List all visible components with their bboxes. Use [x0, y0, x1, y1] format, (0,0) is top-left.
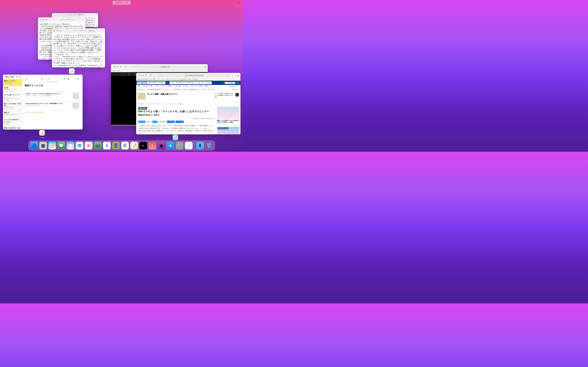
dock-notes-icon[interactable]: 📝 — [130, 142, 138, 150]
note-link-embed[interactable]: Macのトラックパッドやマウスを自在にカスタマイズ... 定番ソフト活用ガイド、… — [25, 92, 80, 100]
address-bar[interactable]: 🔒 pc.watch.impress.co.jp — [157, 74, 231, 77]
view-toggle-icon[interactable]: ▤ — [16, 76, 18, 78]
dock-photos-icon[interactable]: 🌸 — [85, 142, 92, 150]
back-icon[interactable]: ‹ — [153, 74, 154, 77]
pcwatch-tab[interactable]: Impress Watch — [147, 82, 157, 84]
dock-downloads-icon[interactable]: ⬇ — [196, 142, 204, 150]
social-button[interactable]: リスト — [146, 121, 152, 123]
impress-site-link[interactable]: ☰ Impress サイト — [229, 85, 239, 87]
forward-icon[interactable]: › — [155, 74, 156, 77]
sponsored-banner[interactable]: モニター募集！体重を減らすサプリ ファンケル開発！体重を減らすサプリ【初回限定】… — [136, 92, 241, 101]
pcwatch-topic-link[interactable]: NUC/小型パソコン — [189, 89, 201, 91]
tab-bar[interactable]: Apple（日本） — [111, 69, 208, 72]
tabs-icon[interactable]: ⊞ — [237, 74, 239, 77]
note-list-item[interactable]: 新規メモを呼び出してみた2022/04/29 これはどうなの…📁 メモ — [3, 126, 22, 130]
zoom-icon[interactable] — [11, 76, 13, 78]
pcwatch-tab[interactable]: AV — [182, 82, 186, 84]
note-list-item[interactable]: クイックメモを呼び出して、ウイン…2022/04/29 📁 メモ — [3, 118, 22, 126]
pcwatch-tab[interactable]: GAME — [186, 82, 192, 84]
note-link-embed[interactable]: [Mac Info] Macをジェスチャーひとつで操る便利ソフトを... pc.… — [25, 101, 80, 110]
dock-contacts-icon[interactable]: 👤 — [112, 142, 120, 150]
new-tab-icon[interactable]: + — [235, 74, 236, 77]
note-list-item[interactable]: もともと開いていたクイッ…2022/05/06 #クイックメモ📁 メモ — [3, 93, 22, 102]
add-desktop-button[interactable]: + — [238, 1, 240, 5]
new-tab-icon[interactable]: + — [202, 66, 203, 68]
apple-nav-item[interactable]: • — [118, 74, 118, 75]
sidebar-icon[interactable]: ☰ — [124, 66, 126, 68]
social-button[interactable]: いいね! 28 — [167, 121, 175, 123]
pcwatch-subnav-item[interactable]: HOBBY — [167, 85, 172, 87]
pcwatch-topic-link[interactable]: モバイルノート — [162, 89, 172, 91]
social-button[interactable]: B! 44 — [152, 121, 157, 123]
dock-reminders-icon[interactable]: ☰ — [121, 142, 129, 150]
back-icon[interactable]: ‹ — [128, 66, 129, 68]
dock-tv-icon[interactable]: tv — [139, 142, 147, 150]
grid-toggle-icon[interactable]: ⊞ — [19, 76, 21, 78]
social-buttons[interactable]: ツイートリストB! 44Pocket 112いいね! 28シェアする — [138, 121, 214, 123]
social-button[interactable]: シェアする — [175, 121, 184, 123]
forward-icon[interactable]: › — [130, 66, 130, 68]
ad-next-icon[interactable]: › — [235, 93, 239, 97]
social-button[interactable]: ツイート — [138, 121, 145, 123]
social-button[interactable]: Pocket 112 — [158, 121, 166, 123]
pcwatch-subnav-item[interactable]: ドスパラ — [183, 85, 188, 87]
pcwatch-tab[interactable]: AKIBA — [177, 82, 182, 84]
pcwatch-subnav-item[interactable]: Car — [150, 85, 152, 87]
address-bar[interactable]: 🔒 apple.com — [132, 65, 198, 68]
desktop-pill[interactable]: デスクトップ — [112, 1, 131, 5]
dock-music-icon[interactable]: ♪ — [148, 142, 156, 150]
pcwatch-subnav-item[interactable]: 自作 — [138, 85, 140, 87]
pcwatch-topic-link[interactable]: Windows 11 — [138, 89, 145, 91]
share-icon[interactable]: ⤴ — [74, 78, 75, 80]
pcwatch-subnav-item[interactable]: トラベル — [154, 85, 159, 87]
search-button[interactable]: 検索 — [235, 82, 240, 84]
pcwatch-tab[interactable]: ケータイ — [192, 82, 199, 84]
pcwatch-tab[interactable]: PC — [165, 82, 169, 84]
pcwatch-topic-link[interactable]: PC Watch 25周年記事 — [147, 89, 161, 91]
note-list-item[interactable]: 買い物2022/05/06 コピー用紙📁 クイックメモ — [3, 86, 22, 93]
apple-nav-item[interactable]: Mac — [129, 74, 131, 75]
dock-appstore-icon[interactable]: A — [167, 142, 174, 150]
minimize-icon[interactable] — [9, 76, 10, 78]
pcwatch-subnav-item[interactable]: VAIO — [205, 85, 208, 87]
tabs-icon[interactable]: ⊞ — [205, 66, 206, 68]
pcwatch-tab[interactable]: Video — [207, 82, 212, 84]
lock-icon[interactable]: 🔒 — [67, 78, 69, 80]
pcwatch-topic-link[interactable]: ゲーミングパソコン — [202, 89, 215, 91]
link-icon[interactable]: 🔗 — [63, 78, 66, 80]
notes-window[interactable]: ▤ ⊞ 新規クイックメモ2022/05/06 #PCウォッチ📁 クイックメモ買い… — [3, 75, 83, 130]
pcwatch-topic-link[interactable]: MacBook — [174, 89, 180, 91]
close-icon[interactable] — [5, 76, 7, 78]
pcwatch-logo[interactable]: PC Watch — [137, 82, 146, 84]
delete-icon[interactable]: 🗑 — [26, 78, 28, 80]
sidebar-ad-image[interactable] — [217, 107, 239, 119]
pcwatch-topic-link[interactable]: モニター — [182, 89, 187, 91]
search-input[interactable] — [225, 82, 235, 84]
dock-calendar-icon[interactable]: 5月3 — [103, 142, 111, 150]
pcwatch-tab[interactable]: クラウド — [199, 82, 207, 84]
dock-launchpad-icon[interactable]: ▦ — [39, 142, 47, 150]
breadcrumb[interactable]: PC Watch 〉 パソコン/タブレット/スマートフォン 〉 モバイルノート … — [136, 102, 241, 106]
textedit-window-3[interactable]: パスワードリセット — 編集済み パスワードを忘れてしまってMacにログインがで… — [52, 28, 105, 67]
sidebar-ad-image-2[interactable]: ブラウザゲームの — [217, 127, 239, 134]
dock-messages-icon[interactable]: 💬 — [57, 142, 65, 150]
search-icon[interactable]: 🔍 — [77, 78, 79, 80]
pcwatch-tab[interactable]: INTERNET — [157, 82, 165, 84]
sidebar-icon[interactable]: ☰ — [150, 74, 152, 77]
note-list-item[interactable]: 新規クイックメモ2022/05/06 #PCウォッチ📁 クイックメモ — [3, 79, 22, 86]
dock-trash-icon[interactable]: 🗑️ — [205, 142, 213, 150]
safari-window-pcwatch[interactable]: ☰ ‹ › 🔒 pc.watch.impress.co.jp ⤴ + ⊞ 🌐 [… — [136, 73, 241, 134]
dock-finder-icon[interactable]: 🔵 — [30, 142, 38, 150]
pcwatch-subnav-item[interactable]: パソコン工房 — [173, 85, 181, 87]
share-icon[interactable]: ⤴ — [199, 66, 200, 68]
tab-bar[interactable]: 🌐 [Mac Info] Macでメモより速い「クイックメモ」を使いこなすテクニ… — [136, 78, 241, 81]
pcwatch-subnav-item[interactable]: ASUS — [199, 85, 203, 87]
pcwatch-subnav-item[interactable]: コンピュータ — [190, 85, 197, 87]
dock-settings-icon[interactable]: ⚙️ — [176, 142, 183, 150]
apple-nav-item[interactable]: ストア — [121, 73, 125, 75]
share-icon[interactable]: ⤴ — [232, 74, 233, 77]
dock-mail-icon[interactable]: ✉️ — [67, 142, 74, 150]
pcwatch-subnav[interactable]: 自作こどもとITCarトラベルグルメHOBBYパソコン工房ドスパラコンピュータA… — [136, 85, 241, 88]
dock-facetime-icon[interactable]: 📹 — [94, 142, 102, 150]
dock-safari-icon[interactable]: 🧭 — [48, 142, 56, 150]
